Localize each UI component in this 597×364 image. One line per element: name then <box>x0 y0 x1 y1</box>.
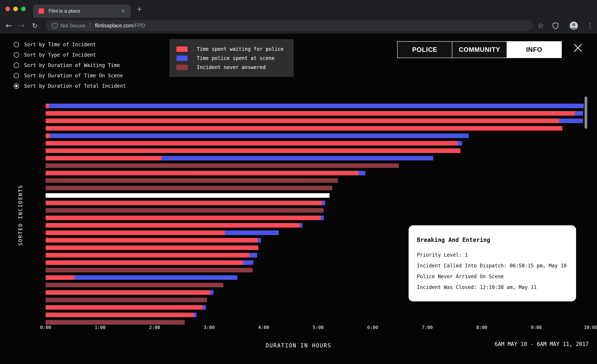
segment-on-scene <box>575 111 583 116</box>
incident-bar[interactable] <box>46 111 583 116</box>
radio-selected-icon[interactable] <box>14 83 19 89</box>
segment-on-scene <box>250 253 257 257</box>
segment-on-scene <box>194 313 196 317</box>
reload-icon[interactable]: ↻ <box>29 18 41 34</box>
browser-titlebar: Flint is a place × + <box>0 0 597 18</box>
incident-bar[interactable] <box>46 305 206 310</box>
incident-bar[interactable] <box>46 253 257 257</box>
back-icon[interactable]: ← <box>3 18 15 34</box>
x-axis-tick: 0:00 <box>33 325 58 330</box>
segment-on-scene <box>74 275 237 280</box>
segment-waiting <box>46 305 203 310</box>
tooltip-line: Incident Was Closed: 12:10:38 am, May 11 <box>417 282 568 293</box>
legend-swatch-icon <box>176 65 188 70</box>
address-bar[interactable]: i Not Secure flintisaplace.com /FPD <box>46 20 533 31</box>
incident-bar[interactable] <box>46 298 207 302</box>
segment-highlighted <box>46 193 330 198</box>
incident-bar[interactable] <box>46 230 279 235</box>
sort-option-label: Sort by Duration of Time On Scene <box>24 73 123 79</box>
y-axis-label: SORTED INCIDENTS <box>18 153 24 277</box>
incident-bar[interactable] <box>46 104 584 108</box>
window-minimize-icon[interactable] <box>13 7 18 11</box>
legend-label: Time spent waiting for police <box>197 46 283 52</box>
segment-waiting <box>46 275 74 280</box>
chart-legend: Time spent waiting for policeTime police… <box>169 39 294 77</box>
segment-on-scene <box>321 216 324 220</box>
date-range-label: 6AM MAY 10 - 6AM MAY 11, 2017 <box>495 341 589 347</box>
incident-bar[interactable] <box>46 193 330 198</box>
tab-title: Flint is a place <box>48 8 121 14</box>
incident-bar[interactable] <box>46 275 237 280</box>
radio-icon[interactable] <box>14 42 19 47</box>
incident-bar[interactable] <box>46 320 185 324</box>
incident-bar[interactable] <box>46 126 562 131</box>
incident-bar[interactable] <box>46 245 258 250</box>
nav-button-police[interactable]: POLICE <box>397 41 452 58</box>
incident-bar[interactable] <box>46 186 332 190</box>
segment-on-scene <box>322 201 325 205</box>
sort-option[interactable]: Sort by Duration of Total Incident <box>14 81 126 91</box>
segment-waiting <box>46 216 321 220</box>
site-info-icon[interactable]: i <box>52 23 58 29</box>
forward-icon[interactable]: → <box>16 18 27 34</box>
url-divider <box>90 23 90 29</box>
tab-close-icon[interactable]: × <box>121 8 125 14</box>
site-favicon <box>39 8 44 14</box>
incident-bar[interactable] <box>46 216 324 220</box>
radio-icon[interactable] <box>14 52 19 58</box>
incident-bar[interactable] <box>46 178 338 183</box>
bookmark-star-icon[interactable]: ☆ <box>535 18 546 34</box>
segment-on-scene <box>210 290 213 295</box>
nav-button-community[interactable]: COMMUNITY <box>452 41 507 58</box>
incident-bar[interactable] <box>46 223 302 228</box>
close-icon[interactable] <box>573 42 583 53</box>
profile-avatar[interactable] <box>570 22 578 30</box>
sort-option[interactable]: Sort by Type of Incident <box>14 50 126 60</box>
incident-bar[interactable] <box>46 201 325 205</box>
incident-bar[interactable] <box>46 148 460 153</box>
window-zoom-icon[interactable] <box>21 7 26 11</box>
segment-waiting <box>46 148 460 153</box>
incident-bar[interactable] <box>46 171 365 175</box>
tooltip-title: Breaking And Entering <box>417 237 568 243</box>
incident-bar[interactable] <box>46 313 196 317</box>
sort-option[interactable]: Sort by Duration of Waiting Time <box>14 60 126 71</box>
sort-option[interactable]: Sort by Time of Incident <box>14 40 126 50</box>
incident-bar[interactable] <box>46 260 253 265</box>
incident-bar[interactable] <box>46 141 462 145</box>
x-axis-tick: 4:00 <box>251 325 276 330</box>
window-close-icon[interactable] <box>5 7 10 11</box>
segment-waiting <box>46 313 194 317</box>
incident-bar[interactable] <box>46 208 324 213</box>
sort-option-label: Sort by Duration of Waiting Time <box>24 62 120 68</box>
x-axis-tick: 9:00 <box>524 325 549 330</box>
incident-bar[interactable] <box>46 156 433 160</box>
new-tab-icon[interactable]: + <box>137 5 142 14</box>
browser-tab[interactable]: Flint is a place × <box>33 4 131 18</box>
x-axis-tick: 3:00 <box>197 325 222 330</box>
segment-waiting <box>46 230 225 235</box>
sort-option-label: Sort by Type of Incident <box>24 52 96 58</box>
incident-bar[interactable] <box>46 119 583 123</box>
x-axis-tick: 5:00 <box>306 325 331 330</box>
segment-waiting <box>46 126 562 131</box>
chart-scrollbar-thumb[interactable] <box>585 96 587 129</box>
segment-waiting <box>46 238 258 243</box>
incident-bar[interactable] <box>46 290 213 295</box>
sort-option[interactable]: Sort by Duration of Time On Scene <box>14 71 126 81</box>
segment-on-scene <box>458 141 462 145</box>
radio-icon[interactable] <box>14 73 19 78</box>
segment-on-scene <box>225 230 279 235</box>
shield-icon[interactable] <box>550 18 561 34</box>
x-axis-tick: 7:00 <box>415 325 440 330</box>
radio-icon[interactable] <box>14 63 19 68</box>
incident-bar[interactable] <box>46 238 261 243</box>
segment-never-answered <box>46 298 207 302</box>
incident-bar[interactable] <box>46 134 469 138</box>
incident-bar[interactable] <box>46 268 253 272</box>
menu-kebab-icon[interactable]: ⋮ <box>584 18 596 34</box>
incident-bar[interactable] <box>46 163 399 168</box>
segment-waiting <box>46 156 162 160</box>
incident-bar[interactable] <box>46 283 223 287</box>
nav-button-info[interactable]: INFO <box>507 41 562 58</box>
